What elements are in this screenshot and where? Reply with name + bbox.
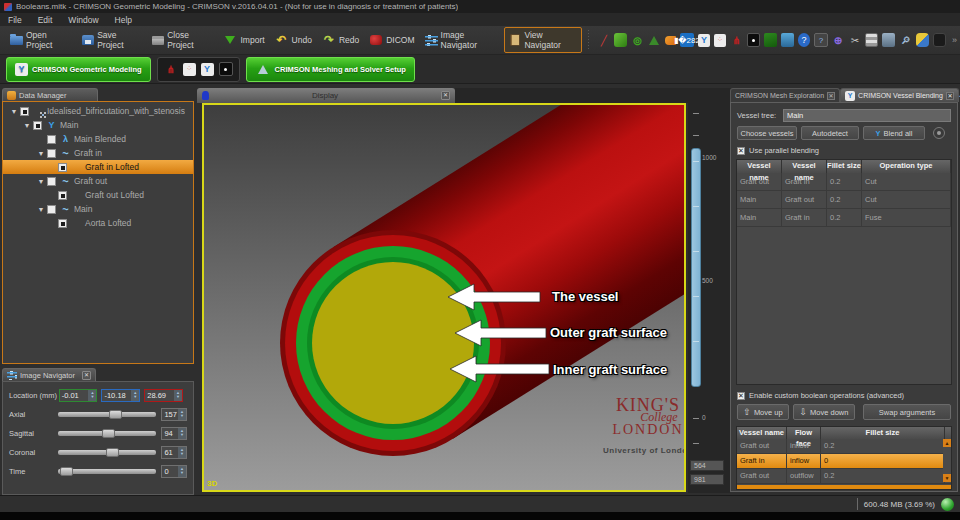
open-project-button[interactable]: Open Project xyxy=(6,28,75,52)
table-row[interactable]: Main Graft in 0.2 Fuse xyxy=(737,209,951,227)
log-help-icon[interactable]: ? xyxy=(814,33,827,47)
table-row[interactable]: Graft out Graft in 0.2 Cut xyxy=(737,173,951,191)
find-icon[interactable]: ⊕ xyxy=(832,33,845,47)
chevron-down-icon[interactable]: ▼ xyxy=(35,178,47,185)
autodetect-button[interactable]: Autodetect xyxy=(801,126,859,140)
movie-maker-icon[interactable] xyxy=(882,33,895,47)
spin-arrows-icon[interactable]: ▲▼ xyxy=(131,390,139,401)
axial-slider[interactable] xyxy=(58,412,156,417)
location-z-spinbox[interactable]: 28.69 ▲▼ xyxy=(144,389,183,402)
camera-icon[interactable] xyxy=(933,33,946,47)
close-icon[interactable]: ✕ xyxy=(827,92,835,100)
level-field[interactable]: 564 xyxy=(690,460,724,471)
col-operation-type[interactable]: Operation type xyxy=(862,160,951,173)
slider-handle[interactable] xyxy=(109,410,122,419)
visibility-checkbox[interactable] xyxy=(58,191,67,200)
blend-preview-toggle[interactable] xyxy=(933,127,945,139)
slider-handle[interactable] xyxy=(106,448,119,457)
image-navigator-tab[interactable]: Image Navigator ✕ xyxy=(2,368,96,381)
col-vessel-name-2[interactable]: Vessel name xyxy=(782,160,827,173)
menu-help[interactable]: Help xyxy=(107,15,140,25)
spin-arrows-icon[interactable]: ▲▼ xyxy=(88,390,96,401)
visibility-checkbox[interactable] xyxy=(47,205,56,214)
slider-handle[interactable] xyxy=(60,467,73,476)
horizontal-scrollbar[interactable] xyxy=(737,485,951,489)
vessel-path-tool-icon[interactable]: ⋔ xyxy=(164,62,178,76)
coronal-slider[interactable] xyxy=(58,450,156,455)
vertical-scrollbar[interactable]: ▲ ▼ xyxy=(943,439,951,482)
location-x-spinbox[interactable]: -0.01 ▲▼ xyxy=(59,389,98,402)
voxel-icon[interactable] xyxy=(747,33,760,47)
col-vessel-name-1[interactable]: Vessel name xyxy=(737,160,782,173)
time-spinbox[interactable]: 0 ▲▼ xyxy=(161,465,187,478)
col-vessel-name[interactable]: Vessel name xyxy=(737,427,787,439)
visibility-checkbox[interactable] xyxy=(47,177,56,186)
visibility-checkbox[interactable] xyxy=(47,149,56,158)
sagittal-spinbox[interactable]: 94 ▲▼ xyxy=(161,427,187,440)
table-row-selected[interactable]: Graft in inflow 0 xyxy=(737,454,951,469)
blend-all-button[interactable]: Y Blend all xyxy=(863,126,925,140)
scroll-down-icon[interactable]: ▼ xyxy=(943,474,951,482)
help-icon[interactable]: ? xyxy=(798,33,811,47)
zoom-selection-icon[interactable]: ◎ xyxy=(631,33,644,47)
tree-item-aorta-lofted[interactable]: Aorta Lofted xyxy=(3,216,193,230)
python-icon[interactable] xyxy=(916,33,929,47)
render-viewport-3d[interactable]: The vessel Outer graft surface Inner gra… xyxy=(202,103,686,492)
sagittal-slider[interactable] xyxy=(58,431,156,436)
spin-arrows-icon[interactable]: ▲▼ xyxy=(174,390,182,401)
voxel-tool-icon[interactable] xyxy=(219,62,233,76)
tab-vessel-blending[interactable]: Y CRIMSON Vessel Blending ✕ xyxy=(840,88,959,102)
menu-edit[interactable]: Edit xyxy=(30,15,61,25)
use-parallel-blending-checkbox[interactable]: Use parallel blending xyxy=(737,146,819,155)
save-project-button[interactable]: Save Project xyxy=(77,28,145,52)
level-window-slider[interactable] xyxy=(691,148,701,387)
display-tab[interactable]: Display ✕ xyxy=(197,88,455,103)
col-fillet-size[interactable]: Fillet size xyxy=(821,427,945,439)
table-row[interactable]: Graft out inflow 0.2 xyxy=(737,439,951,454)
surface-icon[interactable] xyxy=(764,33,777,47)
swap-arguments-button[interactable]: Swap arguments xyxy=(863,404,951,420)
perspective-geometric-modeling[interactable]: Y CRIMSON Geometric Modeling xyxy=(6,57,151,82)
spin-arrows-icon[interactable]: ▲▼ xyxy=(178,466,186,477)
window-field[interactable]: 981 xyxy=(690,474,724,485)
view-navigator-button[interactable]: View Navigator xyxy=(504,27,582,53)
histogram-icon[interactable]: ▮�282 xyxy=(680,33,694,47)
close-icon[interactable]: ✕ xyxy=(82,371,91,380)
visibility-checkbox[interactable] xyxy=(20,107,29,116)
enable-custom-boolean-checkbox[interactable]: Enable custom boolean operations (advanc… xyxy=(737,391,904,400)
polyhedron-icon[interactable] xyxy=(614,33,627,47)
tree-item-main[interactable]: ▼ Y Main xyxy=(3,118,193,132)
chevron-down-icon[interactable]: ▼ xyxy=(8,108,20,115)
tree-item-main2[interactable]: ▼ ~ Main xyxy=(3,202,193,216)
chevron-down-icon[interactable]: ▼ xyxy=(21,122,33,129)
close-project-button[interactable]: Close Project xyxy=(147,28,217,52)
scissors-icon[interactable]: ✂ xyxy=(848,33,861,47)
location-y-spinbox[interactable]: -10.18 ▲▼ xyxy=(101,389,140,402)
visibility-checkbox[interactable] xyxy=(58,219,67,228)
choose-vessels-button[interactable]: Choose vessels xyxy=(737,126,797,140)
tree-item-graft-in-lofted[interactable]: Graft in Lofted xyxy=(3,160,193,174)
table-row[interactable]: Graft out outflow 0.2 xyxy=(737,469,951,484)
time-slider[interactable] xyxy=(58,469,156,474)
toolbar-overflow-chevron[interactable]: » xyxy=(949,35,960,45)
slider-handle[interactable] xyxy=(102,429,115,438)
vessel-path-icon[interactable]: ⋔ xyxy=(730,33,743,47)
vessel-tree-input[interactable]: Main xyxy=(783,109,951,122)
vessel-blend-icon[interactable]: Y xyxy=(698,34,710,47)
spin-arrows-icon[interactable]: ▲▼ xyxy=(178,409,186,420)
coronal-spinbox[interactable]: 61 ▲▼ xyxy=(161,446,187,459)
boolean-operations-table[interactable]: Vessel name Vessel name Fillet size Oper… xyxy=(736,159,952,385)
chevron-down-icon[interactable]: ▼ xyxy=(35,206,47,213)
tree-item-graft-out[interactable]: ▼ ~ Graft out xyxy=(3,174,193,188)
import-button[interactable]: Import xyxy=(219,32,268,49)
tree-item-graft-out-lofted[interactable]: Graft out Lofted xyxy=(3,188,193,202)
move-up-button[interactable]: ⇧ Move up xyxy=(737,404,789,420)
tree-item-graft-in[interactable]: ▼ ~ Graft in xyxy=(3,146,193,160)
measure-icon[interactable]: ╱ xyxy=(597,33,610,47)
scroll-up-icon[interactable]: ▲ xyxy=(943,439,951,447)
visibility-checkbox[interactable] xyxy=(47,135,56,144)
table-row[interactable]: Main Graft out 0.2 Cut xyxy=(737,191,951,209)
visibility-checkbox[interactable] xyxy=(58,163,67,172)
fillet-size-table[interactable]: Vessel name Flow face Fillet size Graft … xyxy=(736,426,952,490)
spin-arrows-icon[interactable]: ▲▼ xyxy=(178,428,186,439)
